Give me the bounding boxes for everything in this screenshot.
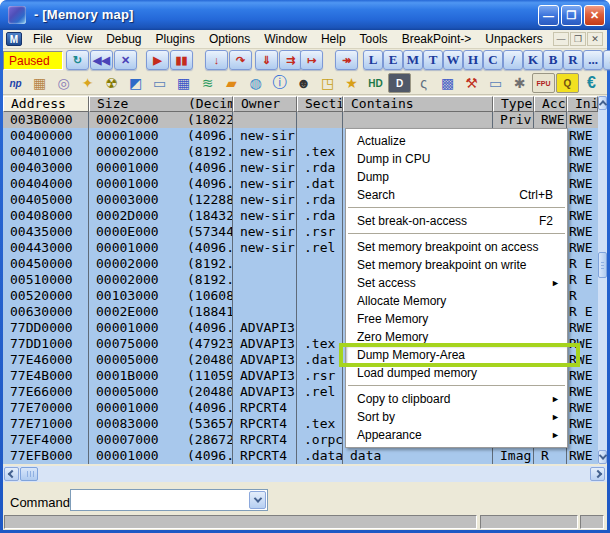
vertical-scroll-thumb[interactable] [598, 252, 607, 278]
context-item-set-break-on-access[interactable]: Set break-on-accessF2 [346, 212, 567, 230]
menu-item-breakpoint[interactable]: BreakPoint-> [395, 30, 479, 48]
info-icon[interactable]: ⓘ [268, 73, 291, 93]
mdi-document-icon[interactable]: M [6, 32, 22, 46]
mdi-minimize-button[interactable]: — [553, 32, 569, 46]
execute-till-user-icon[interactable]: ↠ [335, 50, 358, 70]
duck-icon[interactable]: ✦ [76, 73, 99, 93]
column-header-owner[interactable]: Owner [233, 96, 297, 112]
letter-button-c[interactable]: C [483, 50, 503, 70]
menu-item-unpackers[interactable]: Unpackers [478, 30, 549, 48]
context-item-actualize[interactable]: Actualize [346, 132, 567, 150]
column-header-size[interactable]: Size(Decimal) [89, 96, 233, 112]
quick-search-icon[interactable]: Q [556, 73, 579, 93]
letter-button-b[interactable]: B [543, 50, 563, 70]
context-item-free-memory[interactable]: Free Memory [346, 310, 567, 328]
table-row[interactable]: 77EFB00000001000(4096.)RPCRT4.datadataIm… [3, 448, 598, 464]
letter-button-m[interactable]: M [403, 50, 423, 70]
badge-icon[interactable]: ★ [340, 73, 363, 93]
cd-icon[interactable]: ◎ [52, 73, 75, 93]
fish-icon[interactable]: ≋ [196, 73, 219, 93]
letter-button-t[interactable]: T [423, 50, 443, 70]
letter-button-e[interactable]: E [383, 50, 403, 70]
letter-button-w[interactable]: W [443, 50, 463, 70]
window2-icon[interactable]: ▭ [484, 73, 507, 93]
bulb-icon[interactable]: ◍ [244, 73, 267, 93]
pause-icon[interactable]: ▮▮ [170, 50, 193, 70]
window-icon[interactable]: ▭ [148, 73, 171, 93]
context-item-sort-by[interactable]: Sort by► [346, 408, 567, 426]
fpu-talk-icon[interactable]: FPU [532, 73, 555, 93]
scroll-up-button[interactable] [598, 96, 607, 110]
context-item-set-memory-breakpoint-on-write[interactable]: Set memory breakpoint on write [346, 256, 567, 274]
menu-item-window[interactable]: Window [257, 30, 314, 48]
context-item-dump-memory-area[interactable]: Dump Memory-Area [346, 346, 567, 364]
magic-window-icon[interactable]: ◩ [124, 73, 147, 93]
column-header-section[interactable]: Section [297, 96, 343, 112]
context-item-zero-memory[interactable]: Zero Memory [346, 328, 567, 346]
scroll-left-button[interactable] [4, 467, 19, 481]
export-window-icon[interactable]: ◳ [316, 73, 339, 93]
package-icon[interactable]: ▦ [28, 73, 51, 93]
snd-icon[interactable]: ς [412, 73, 435, 93]
context-item-load-dumped-memory[interactable]: Load dumped memory [346, 364, 567, 382]
vertical-scrollbar[interactable] [598, 96, 607, 464]
run-icon[interactable]: ▶ [146, 50, 169, 70]
column-header-access[interactable]: Acce [534, 96, 567, 112]
mdi-restore-button[interactable]: ❐ [570, 32, 586, 46]
scroll-down-button[interactable] [598, 450, 607, 464]
letter-button-slash[interactable]: / [503, 50, 523, 70]
restart-icon[interactable]: ↻ [66, 50, 89, 70]
context-item-dump[interactable]: Dump [346, 168, 567, 186]
context-item-allocate-memory[interactable]: Allocate Memory [346, 292, 567, 310]
context-item-set-access[interactable]: Set access► [346, 274, 567, 292]
context-item-set-memory-breakpoint-on-access[interactable]: Set memory breakpoint on access [346, 238, 567, 256]
mask-icon[interactable]: ☻ [292, 73, 315, 93]
menu-item-help[interactable]: Help [314, 30, 353, 48]
column-header-address[interactable]: Address [3, 96, 89, 112]
menu-item-view[interactable]: View [59, 30, 99, 48]
letter-button-h[interactable]: H [463, 50, 483, 70]
step-over-icon[interactable]: ↷ [229, 50, 252, 70]
folder-icon[interactable]: ▰ [220, 73, 243, 93]
title-bar[interactable]: - [Memory map] —❐✕ [0, 0, 610, 30]
column-header-contains[interactable]: Contains [343, 96, 493, 112]
letter-button-l[interactable]: L [363, 50, 383, 70]
horizontal-scrollbar[interactable] [3, 466, 607, 482]
radioactive-icon[interactable]: ☢ [100, 73, 123, 93]
letter-button-s[interactable]: S [603, 50, 610, 70]
maximize-button[interactable]: ❐ [561, 5, 582, 26]
d-box-icon[interactable]: D [388, 73, 411, 93]
command-dropdown-button[interactable] [249, 491, 266, 509]
context-item-appearance[interactable]: Appearance► [346, 426, 567, 444]
matrix2-icon[interactable]: ▩ [436, 73, 459, 93]
command-input[interactable] [72, 491, 248, 509]
letter-button-dots[interactable]: ... [583, 50, 603, 70]
gear-icon[interactable]: ✱ [508, 73, 531, 93]
menu-item-options[interactable]: Options [202, 30, 257, 48]
column-header-type[interactable]: Type [493, 96, 534, 112]
execute-till-return-icon[interactable]: ↦ [300, 50, 323, 70]
context-item-copy-to-clipboard[interactable]: Copy to clipboard► [346, 390, 567, 408]
letter-button-r[interactable]: R [563, 50, 583, 70]
menu-item-file[interactable]: File [26, 30, 59, 48]
np-logo-icon[interactable]: np [4, 73, 27, 93]
horizontal-scroll-thumb[interactable] [20, 467, 38, 481]
letter-button-k[interactable]: K [523, 50, 543, 70]
command-combobox[interactable] [70, 489, 268, 511]
table-row[interactable]: 003B00000002C000(180224.)PrivRWERWE [3, 112, 598, 128]
mdi-close-button[interactable]: ✕ [587, 32, 603, 46]
context-item-dump-in-cpu[interactable]: Dump in CPU [346, 150, 567, 168]
scroll-right-button[interactable] [590, 467, 605, 481]
animate-over-icon[interactable]: ⇉ [279, 50, 302, 70]
hxd-icon[interactable]: HD [364, 73, 387, 93]
menu-item-plugins[interactable]: Plugins [149, 30, 202, 48]
animate-into-icon[interactable]: ⇓ [255, 50, 278, 70]
menu-item-tools[interactable]: Tools [353, 30, 395, 48]
rewind-icon[interactable]: ◀◀ [90, 50, 113, 70]
menu-item-debug[interactable]: Debug [99, 30, 148, 48]
axe-icon[interactable]: ⚒ [460, 73, 483, 93]
close-program-icon[interactable]: ✕ [114, 50, 137, 70]
minimize-button[interactable]: — [538, 5, 559, 26]
column-header-init[interactable]: Init [567, 96, 598, 112]
step-into-icon[interactable]: ↓ [205, 50, 228, 70]
